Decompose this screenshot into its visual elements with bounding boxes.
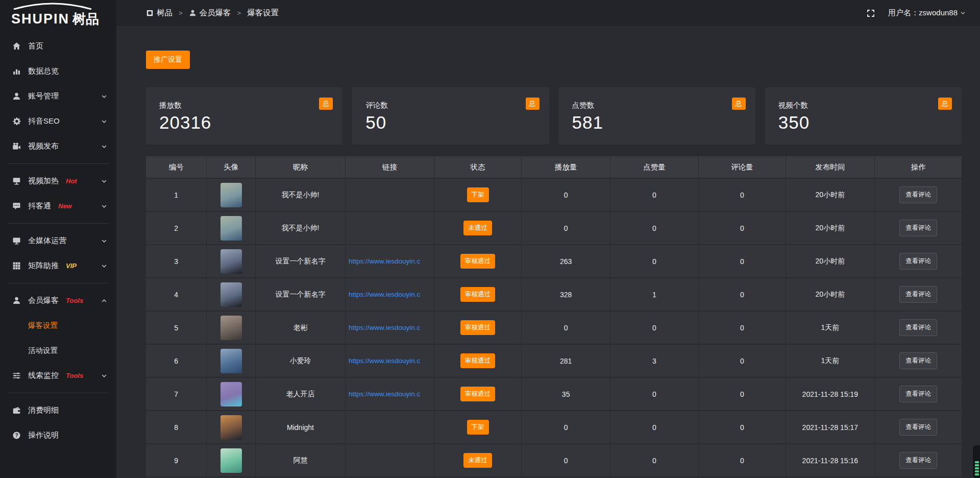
cell-comments: 0	[698, 179, 786, 211]
nav-badge: Tools	[66, 372, 83, 379]
divider	[7, 163, 109, 164]
cell-plays: 0	[521, 411, 610, 443]
svg-text:?: ?	[15, 433, 18, 438]
cell-nickname: Midnight	[255, 411, 345, 443]
cell-status: 审核通过	[434, 245, 521, 277]
status-button[interactable]: 未通过	[463, 221, 492, 235]
sidebar-item[interactable]: 视频发布	[0, 134, 116, 159]
view-comments-button[interactable]: 查看评论	[899, 220, 937, 236]
cell-nickname: 我不是小帅!	[255, 212, 345, 244]
cell-action: 查看评论	[874, 378, 962, 410]
sidebar-item[interactable]: 全媒体运营	[0, 228, 116, 253]
sidebar-item-label: 抖音SEO	[28, 116, 60, 126]
member-icon	[12, 296, 21, 305]
chevron-up-icon	[101, 298, 107, 304]
cell-plays: 328	[521, 278, 610, 310]
cell-action: 查看评论	[874, 212, 962, 244]
cell-nickname: 小爱玲	[255, 345, 345, 377]
cell-link	[345, 411, 434, 443]
sidebar-item[interactable]: 矩阵助推VIP	[0, 253, 116, 278]
sidebar-item[interactable]: ?操作说明	[0, 423, 116, 448]
cell-plays: 263	[521, 245, 610, 277]
chevron-down-icon	[101, 263, 107, 269]
sidebar-item[interactable]: 会员爆客Tools	[0, 288, 116, 313]
cell-comments: 0	[698, 444, 786, 476]
question-icon: ?	[12, 431, 21, 440]
video-link[interactable]: https://www.iesdouyin.c	[346, 390, 434, 398]
breadcrumb-item[interactable]: 爆客设置	[247, 8, 279, 18]
sliders-icon	[12, 371, 21, 380]
user-icon	[12, 92, 21, 101]
cell-nickname: 设置一个新名字	[255, 245, 345, 277]
breadcrumb-item[interactable]: 会员爆客	[189, 8, 231, 18]
view-comments-button[interactable]: 查看评论	[899, 419, 937, 436]
fullscreen-icon[interactable]	[867, 9, 875, 17]
sidebar-item[interactable]: 线索监控Tools	[0, 363, 116, 388]
cell-likes: 0	[610, 212, 698, 244]
sidebar-item[interactable]: 抖客通New	[0, 194, 116, 219]
cell-link	[345, 444, 434, 476]
video-link[interactable]: https://www.iesdouyin.c	[346, 357, 434, 365]
sidebar-item[interactable]: 账号管理	[0, 84, 116, 109]
total-badge: 总	[526, 98, 540, 110]
chevron-down-icon	[101, 373, 107, 379]
status-button[interactable]: 审核通过	[460, 353, 495, 368]
cell-status: 审核通过	[434, 378, 521, 410]
view-comments-button[interactable]: 查看评论	[899, 452, 937, 469]
cell-likes: 3	[610, 345, 698, 377]
cell-likes: 0	[610, 179, 698, 211]
status-button[interactable]: 审核通过	[460, 320, 495, 335]
view-comments-button[interactable]: 查看评论	[899, 386, 937, 402]
view-comments-button[interactable]: 查看评论	[899, 286, 937, 303]
video-link[interactable]: https://www.iesdouyin.c	[346, 291, 434, 298]
cell-avatar	[206, 444, 255, 476]
status-button[interactable]: 下架	[467, 187, 489, 202]
cell-nickname: 老人开店	[255, 378, 345, 410]
sidebar-item[interactable]: 抖音SEO	[0, 109, 116, 134]
chevron-down-icon	[101, 203, 107, 209]
cell-id: 7	[146, 378, 206, 410]
username-menu[interactable]: 用户名：zswodun88	[888, 8, 966, 18]
cell-nickname: 我不是小帅!	[255, 179, 345, 211]
sidebar-subitem[interactable]: 活动设置	[0, 338, 116, 363]
breadcrumb-item[interactable]: 树品	[146, 8, 173, 18]
status-button[interactable]: 未通过	[463, 453, 492, 468]
cell-plays: 281	[521, 345, 610, 377]
chart-icon	[12, 67, 21, 76]
brand-name-en: SHUPIN	[11, 11, 69, 27]
status-button[interactable]: 审核通过	[460, 254, 495, 269]
sidebar-item[interactable]: 数据总览	[0, 59, 116, 84]
brand-name-cn: 树品	[72, 11, 99, 27]
status-button[interactable]: 审核通过	[460, 387, 495, 401]
brand-logo[interactable]: SHUPIN树品	[0, 0, 116, 29]
view-comments-button[interactable]: 查看评论	[899, 352, 937, 369]
sidebar-item[interactable]: 视频加热Hot	[0, 169, 116, 194]
chevron-down-icon	[101, 144, 107, 150]
cell-id: 4	[146, 278, 206, 310]
status-button[interactable]: 下架	[467, 420, 489, 435]
cell-time: 1天前	[786, 312, 874, 344]
stat-card-value: 50	[365, 112, 549, 133]
cell-time: 20小时前	[786, 278, 874, 310]
chevron-down-icon	[960, 10, 966, 16]
video-link[interactable]: https://www.iesdouyin.c	[346, 257, 434, 265]
video-link[interactable]: https://www.iesdouyin.c	[346, 324, 434, 331]
column-header: 播放量	[521, 156, 610, 178]
user-icon	[189, 9, 197, 17]
sidebar-item-label: 视频发布	[28, 141, 59, 151]
status-button[interactable]: 审核通过	[460, 287, 495, 302]
content: 推广设置 播放数20316总评论数50总点赞数581总视频个数350总 编号头像…	[116, 27, 980, 478]
sidebar-item-label: 抖客通	[28, 201, 51, 211]
sidebar-item[interactable]: 消费明细	[0, 398, 116, 423]
view-comments-button[interactable]: 查看评论	[899, 319, 937, 336]
promotion-settings-button[interactable]: 推广设置	[146, 51, 190, 69]
sidebar-item[interactable]: 首页	[0, 34, 116, 59]
cell-comments: 0	[698, 212, 786, 244]
sidebar-subitem[interactable]: 爆客设置	[0, 313, 116, 338]
cell-avatar	[206, 278, 255, 310]
sidebar-item-label: 矩阵助推	[28, 261, 59, 271]
view-comments-button[interactable]: 查看评论	[899, 253, 937, 270]
table-header-row: 编号头像昵称链接状态播放量点赞量评论量发布时间操作	[146, 156, 962, 178]
cell-likes: 0	[610, 245, 698, 277]
view-comments-button[interactable]: 查看评论	[899, 186, 937, 203]
